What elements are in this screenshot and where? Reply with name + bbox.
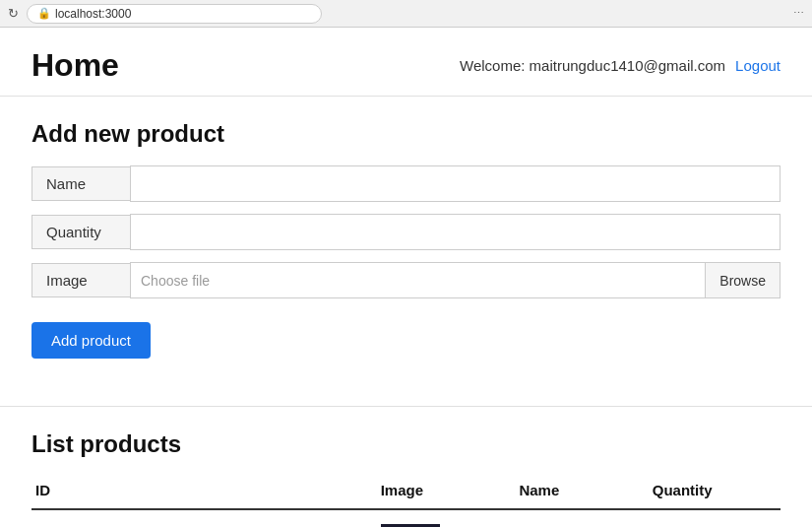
page-title: Home (31, 47, 119, 84)
page-header: Home Welcome: maitrungduc1410@gmail.com … (0, 28, 812, 97)
name-label: Name (31, 166, 130, 201)
cell-id: 67307508d703b9001e968183 (31, 509, 369, 527)
url-bar[interactable]: 🔒 localhost:3000 (27, 4, 322, 24)
url-text: localhost:3000 (55, 7, 131, 21)
reload-icon[interactable]: ↻ (8, 6, 19, 21)
choose-file-text: Choose file (141, 273, 210, 289)
add-product-title: Add new product (31, 120, 781, 148)
list-products-title: List products (31, 430, 781, 458)
table-row: 67307508d703b9001e968183 asdadas1231231 (31, 509, 781, 527)
user-info: Welcome: maitrungduc1410@gmail.com Logou… (460, 57, 781, 74)
products-table: ID Image Name Quantity 67307508d703b9001… (31, 474, 781, 527)
name-field-group: Name (31, 165, 781, 202)
cell-quantity: 1231231 (641, 509, 781, 527)
image-label: Image (31, 263, 130, 297)
secure-icon: 🔒 (37, 7, 51, 20)
browser-toolbar: ⋯ (793, 7, 804, 20)
browse-button[interactable]: Browse (705, 262, 781, 298)
cell-image (369, 509, 508, 527)
name-input[interactable] (130, 165, 781, 202)
cell-name: asdadas (507, 509, 640, 527)
col-header-id: ID (31, 474, 369, 509)
logout-button[interactable]: Logout (735, 57, 781, 74)
file-name-display: Choose file (130, 262, 705, 298)
image-field-group: Image Choose file Browse (31, 262, 781, 298)
table-body: 67307508d703b9001e968183 asdadas1231231 (31, 509, 781, 527)
col-header-image: Image (369, 474, 508, 509)
table-header-row: ID Image Name Quantity (31, 474, 781, 509)
quantity-input[interactable] (130, 214, 781, 250)
col-header-name: Name (507, 474, 640, 509)
table-header: ID Image Name Quantity (31, 474, 781, 509)
section-divider (0, 406, 812, 407)
welcome-text: Welcome: maitrungduc1410@gmail.com (460, 57, 725, 74)
browser-icon-1: ⋯ (793, 7, 804, 20)
add-product-section: Add new product Name Quantity Image Choo… (0, 97, 812, 382)
list-products-section: List products ID Image Name Quantity 673… (0, 430, 812, 527)
col-header-quantity: Quantity (641, 474, 781, 509)
add-product-button[interactable]: Add product (31, 322, 151, 359)
quantity-label: Quantity (31, 215, 130, 249)
quantity-field-group: Quantity (31, 214, 781, 250)
browser-chrome: ↻ 🔒 localhost:3000 ⋯ (0, 0, 812, 28)
